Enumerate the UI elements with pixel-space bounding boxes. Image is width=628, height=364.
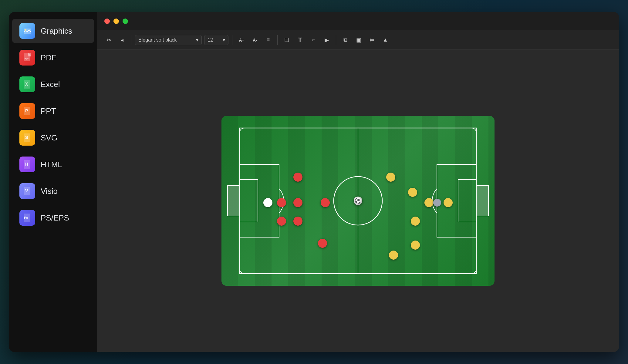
text-button[interactable]: T — [295, 35, 306, 46]
sidebar-label-pseps: PS/EPS — [41, 213, 69, 223]
size-dropdown-arrow: ▾ — [223, 37, 225, 43]
main-content: ✂ ◂ Elegant soft black ▾ 12 ▾ A+ A- ≡ ☐ … — [97, 12, 619, 352]
sidebar-label-ppt: PPT — [41, 106, 56, 116]
sidebar-item-html[interactable]: H HTML — [12, 152, 94, 177]
align-button[interactable]: ≡ — [263, 35, 274, 46]
player-red-7 — [318, 239, 327, 248]
soccer-ball: ⚽ — [354, 197, 362, 205]
svg-text:H: H — [25, 162, 28, 167]
traffic-light-red[interactable] — [104, 19, 110, 24]
layers-button[interactable]: ⧉ — [340, 35, 351, 46]
player-yellow-4 — [444, 198, 453, 207]
soccer-field: ⚽ — [221, 116, 495, 286]
svg-rect-25 — [458, 180, 476, 222]
sidebar-label-svg: SVG — [41, 133, 57, 143]
connector-button[interactable]: ⌐ — [308, 35, 319, 46]
cut-button[interactable]: ✂ — [103, 35, 114, 46]
svg-point-1 — [25, 29, 26, 31]
back-button[interactable]: ◂ — [116, 35, 127, 46]
frame-button[interactable]: ▣ — [353, 35, 364, 46]
title-bar — [97, 12, 619, 30]
sidebar-item-visio[interactable]: V Visio — [12, 179, 94, 203]
pseps-icon: Ps — [19, 210, 35, 226]
sidebar-label-html: HTML — [41, 160, 62, 169]
sidebar-item-pseps[interactable]: Ps PS/EPS — [12, 206, 94, 230]
toolbar-divider-3 — [277, 35, 278, 45]
toolbar-divider-4 — [336, 35, 336, 45]
sidebar-item-excel[interactable]: X Excel — [12, 72, 94, 96]
player-yellow-2 — [408, 188, 417, 197]
font-size-up-button[interactable]: A+ — [236, 35, 247, 46]
size-select[interactable]: 12 ▾ — [204, 35, 228, 45]
traffic-light-green[interactable] — [123, 19, 128, 24]
font-size-down-button[interactable]: A- — [249, 35, 260, 46]
svg-text:PDF: PDF — [25, 58, 29, 60]
rect-button[interactable]: ☐ — [281, 35, 292, 46]
svg-rect-21 — [240, 164, 279, 237]
player-red-2 — [277, 198, 286, 207]
html-icon: H — [19, 157, 35, 172]
sidebar-item-ppt[interactable]: P PPT — [12, 99, 94, 123]
player-yellow-5 — [411, 217, 420, 226]
player-yellow-1 — [386, 173, 395, 182]
app-window: Graphics PDF PDF X Excel — [9, 12, 619, 352]
sidebar-item-svg[interactable]: S SVG — [12, 126, 94, 150]
svg-text:S: S — [25, 135, 28, 140]
toolbar-divider-1 — [131, 35, 131, 45]
sidebar: Graphics PDF PDF X Excel — [9, 12, 97, 352]
player-gray-1 — [433, 199, 441, 207]
player-red-6 — [293, 217, 302, 226]
traffic-light-yellow[interactable] — [113, 19, 119, 24]
svg-icon: S — [19, 130, 35, 146]
svg-rect-22 — [240, 180, 258, 222]
sidebar-label-excel: Excel — [41, 80, 60, 89]
sidebar-item-graphics[interactable]: Graphics — [12, 19, 94, 43]
svg-rect-23 — [228, 186, 240, 216]
player-red-1 — [293, 173, 302, 182]
font-select[interactable]: Elegant soft black ▾ — [135, 35, 202, 45]
pin-button[interactable]: ▶ — [321, 35, 332, 46]
player-yellow-3 — [424, 198, 434, 207]
player-yellow-7 — [389, 251, 398, 260]
graphics-icon — [19, 23, 35, 39]
svg-text:P: P — [25, 108, 28, 113]
canvas-area: ⚽ — [97, 50, 619, 352]
sidebar-label-graphics: Graphics — [41, 26, 72, 36]
sidebar-item-pdf[interactable]: PDF PDF — [12, 46, 94, 70]
svg-text:X: X — [25, 82, 28, 86]
align2-button[interactable]: ⊨ — [366, 35, 377, 46]
svg-text:Ps: Ps — [24, 216, 28, 220]
toolbar: ✂ ◂ Elegant soft black ▾ 12 ▾ A+ A- ≡ ☐ … — [97, 30, 619, 50]
player-yellow-6 — [411, 241, 420, 250]
excel-icon: X — [19, 76, 35, 92]
pdf-icon: PDF — [19, 50, 35, 66]
svg-rect-24 — [437, 164, 476, 237]
toolbar-divider-2 — [232, 35, 232, 45]
player-red-4 — [321, 198, 330, 207]
player-white-1 — [263, 198, 272, 207]
sidebar-label-visio: Visio — [41, 187, 58, 196]
font-size-label: 12 — [208, 37, 213, 43]
visio-icon: V — [19, 183, 35, 199]
shape-button[interactable]: ▲ — [380, 35, 391, 46]
player-red-5 — [277, 217, 286, 226]
font-dropdown-arrow: ▾ — [196, 37, 198, 43]
player-red-3 — [293, 198, 302, 207]
sidebar-label-pdf: PDF — [41, 53, 56, 62]
font-name-label: Elegant soft black — [138, 37, 177, 43]
ppt-icon: P — [19, 103, 35, 119]
svg-rect-3 — [28, 53, 31, 56]
svg-rect-26 — [476, 186, 488, 216]
svg-text:V: V — [25, 188, 28, 193]
